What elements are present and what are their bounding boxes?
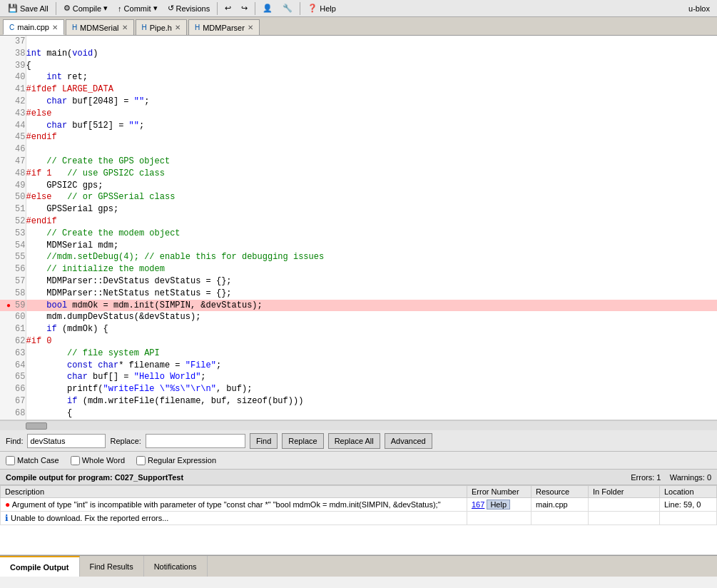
table-row: 49 GPSI2C gps; <box>0 180 717 192</box>
line-number: ● 59 <box>0 300 26 312</box>
tab-close-mdmserial[interactable]: ✕ <box>122 24 128 31</box>
table-row: 46 <box>0 143 717 156</box>
line-content[interactable]: memset(buf, 0, sizeof(buf)); <box>26 420 717 421</box>
line-content[interactable]: const char* filename = "File"; <box>26 360 717 372</box>
line-content[interactable]: #ifdef LARGE_DATA <box>26 83 717 96</box>
regex-checkbox-label[interactable]: Regular Expression <box>136 456 216 465</box>
help-button[interactable]: Help <box>487 500 510 510</box>
commit-button[interactable]: ↑ Commit ▾ <box>113 1 162 15</box>
line-content[interactable]: #else // or GPSSerial class <box>26 191 717 203</box>
compile-table: Description Error Number Resource In Fol… <box>0 485 717 525</box>
toolbar-sep-1 <box>56 2 56 15</box>
line-content[interactable]: { <box>26 60 717 72</box>
line-content[interactable]: #else <box>26 108 717 120</box>
line-number: 43 <box>0 108 26 120</box>
line-content[interactable]: { <box>26 407 717 420</box>
code-editor[interactable]: 37 38int main(void)39{40 int ret;41#ifde… <box>0 36 717 420</box>
table-row: 68 { <box>0 407 717 420</box>
toolbar-sep-3 <box>255 2 255 15</box>
table-row: 48#if 1 // use GPSI2C class <box>0 168 717 180</box>
line-content[interactable]: GPSSerial gps; <box>26 203 717 216</box>
find-input[interactable] <box>27 434 106 448</box>
btab-find-results[interactable]: Find Results <box>80 556 144 577</box>
compile-row-error-number: 167 Help <box>467 498 532 512</box>
line-content[interactable] <box>26 36 717 48</box>
tab-close-mdmparser[interactable]: ✕ <box>248 24 253 31</box>
line-content[interactable]: #if 0 <box>26 335 717 348</box>
line-content[interactable]: // Create the GPS object <box>26 156 717 168</box>
tab-icon-pipe-h: H <box>142 24 147 31</box>
match-case-checkbox[interactable] <box>6 456 15 465</box>
line-content[interactable]: if (mdm.writeFile(filename, buf, sizeof(… <box>26 395 717 407</box>
compile-table-row: ℹ Unable to download. Fix the reported e… <box>1 512 717 525</box>
tab-close-main-cpp[interactable]: ✕ <box>52 24 58 31</box>
line-content[interactable]: #endif <box>26 216 717 228</box>
replace-button[interactable]: Replace <box>282 433 323 449</box>
line-content[interactable]: // file system API <box>26 348 717 360</box>
btab-notifications[interactable]: Notifications <box>144 556 208 577</box>
line-content[interactable]: //mdm.setDebug(4); // enable this for de… <box>26 251 717 263</box>
line-content[interactable]: MDMParser::DevStatus devStatus = {}; <box>26 275 717 288</box>
line-content[interactable]: MDMParser::NetStatus netStatus = {}; <box>26 288 717 300</box>
undo-button[interactable]: ↩ <box>220 1 236 15</box>
line-content[interactable]: char buf[2048] = ""; <box>26 96 717 108</box>
tab-mdmparser[interactable]: H MDMParser ✕ <box>188 19 260 35</box>
table-row: 56 // initialize the modem <box>0 263 717 275</box>
line-number: 62 <box>0 335 26 348</box>
line-content[interactable]: MDMSerial mdm; <box>26 240 717 252</box>
advanced-button[interactable]: Advanced <box>385 433 432 449</box>
settings-button[interactable]: 🔧 <box>278 1 298 15</box>
line-content[interactable] <box>26 143 717 156</box>
compile-title: Compile output for program: C027_Support… <box>6 473 183 482</box>
line-content[interactable]: int main(void) <box>26 48 717 60</box>
h-scroll-thumb[interactable] <box>26 422 47 430</box>
line-content[interactable]: bool mdmOk = mdm.init(SIMPIN, &devStatus… <box>26 300 717 312</box>
match-case-checkbox-label[interactable]: Match Case <box>6 456 59 465</box>
col-header-resource: Resource <box>532 486 589 498</box>
help-button[interactable]: ❓ Help <box>302 1 341 15</box>
line-content[interactable]: // Create the modem object <box>26 228 717 240</box>
line-content[interactable]: GPSI2C gps; <box>26 180 717 192</box>
user-button[interactable]: 👤 <box>258 1 278 15</box>
checkbox-bar: Match Case Whole Word Regular Expression <box>0 452 717 470</box>
replace-input[interactable] <box>146 434 245 448</box>
code-table: 37 38int main(void)39{40 int ret;41#ifde… <box>0 36 717 420</box>
line-number: 51 <box>0 203 26 216</box>
line-number: 57 <box>0 275 26 288</box>
line-content[interactable]: char buf[] = "Hello World"; <box>26 371 717 383</box>
table-row: 67 if (mdm.writeFile(filename, buf, size… <box>0 395 717 407</box>
line-content[interactable]: printf("writeFile \"%s\"\r\n", buf); <box>26 383 717 395</box>
save-all-button[interactable]: 💾 Save All <box>3 1 54 15</box>
line-number: 50 <box>0 191 26 203</box>
line-content[interactable]: char buf[512] = ""; <box>26 120 717 132</box>
redo-button[interactable]: ↪ <box>236 1 253 15</box>
btab-compile-output[interactable]: Compile Output <box>0 556 80 577</box>
regex-checkbox[interactable] <box>136 456 146 465</box>
replace-all-button[interactable]: Replace All <box>328 433 380 449</box>
line-content[interactable]: if (mdmOk) { <box>26 323 717 335</box>
line-number: 69 <box>0 420 26 421</box>
revisions-button[interactable]: ↺ Revisions <box>163 1 215 15</box>
compile-button[interactable]: ⚙ Compile ▾ <box>59 1 113 15</box>
line-content[interactable]: #if 1 // use GPSI2C class <box>26 168 717 180</box>
whole-word-checkbox-label[interactable]: Whole Word <box>71 456 125 465</box>
horizontal-scrollbar[interactable] <box>0 420 717 430</box>
line-content[interactable]: // initialize the modem <box>26 263 717 275</box>
find-button[interactable]: Find <box>250 433 278 449</box>
line-content[interactable]: #endif <box>26 131 717 143</box>
col-header-location: Location <box>660 486 717 498</box>
table-row: 54 MDMSerial mdm; <box>0 240 717 252</box>
tab-mdmserial[interactable]: H MDMSerial ✕ <box>66 19 134 35</box>
compile-table-header: Description Error Number Resource In Fol… <box>1 486 717 498</box>
tab-pipe-h[interactable]: H Pipe.h ✕ <box>136 19 187 35</box>
line-content[interactable]: mdm.dumpDevStatus(&devStatus); <box>26 311 717 323</box>
error-number-link[interactable]: 167 <box>472 500 484 509</box>
tab-close-pipe-h[interactable]: ✕ <box>175 24 180 31</box>
line-number: 46 <box>0 143 26 156</box>
whole-word-checkbox[interactable] <box>71 456 80 465</box>
toolbar-sep-2 <box>217 2 218 15</box>
table-row: 41#ifdef LARGE_DATA <box>0 83 717 96</box>
line-content[interactable]: int ret; <box>26 71 717 83</box>
find-label: Find: <box>6 437 23 445</box>
tab-main-cpp[interactable]: C main.cpp ✕ <box>3 19 64 35</box>
